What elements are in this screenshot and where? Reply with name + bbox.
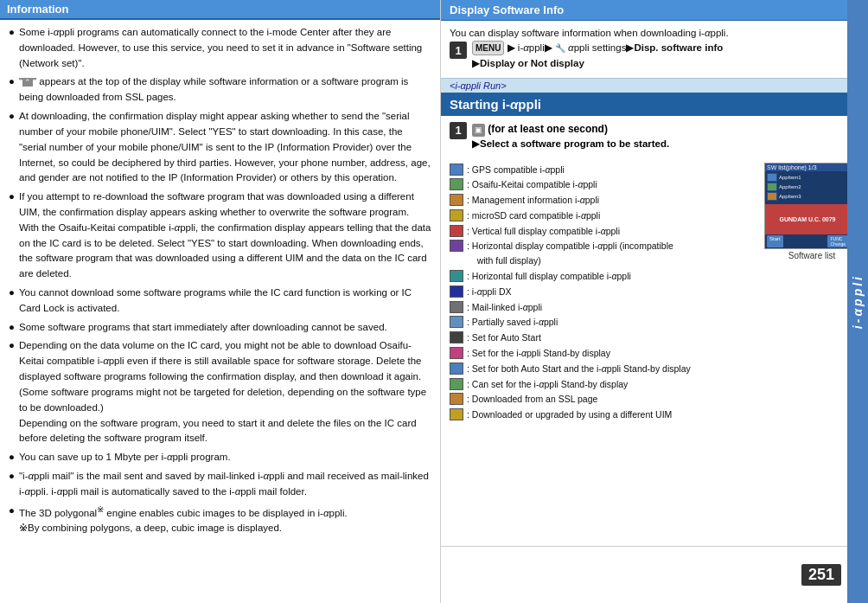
- management-icon: [450, 194, 463, 206]
- bullet-icon-6: ●: [9, 320, 17, 336]
- partial-icon: [450, 316, 463, 328]
- ss-item-text-1: AppItem1: [779, 175, 801, 180]
- icon-label-7: : Horizontal full display compatible i-α…: [467, 269, 631, 284]
- icon-list-item-4: : microSD card compatible i-αppli: [450, 208, 756, 223]
- start-step-1-number: 1: [450, 122, 467, 139]
- icon-list-item-10: : Partially saved i-αppli: [450, 315, 756, 330]
- step-subtext: ▶Select a software program to be started…: [472, 138, 669, 149]
- icon-label-6: : Horizontal display compatible i-αppli …: [467, 239, 673, 268]
- bullet-text-2: "⌃" appears at the top of the display wh…: [19, 74, 431, 106]
- icon-list-item-9: : Mail-linked i-αppli: [450, 300, 756, 315]
- vertical-icon: [450, 225, 463, 237]
- dx-icon: [450, 285, 463, 298]
- ss-item-icon-3: [767, 192, 777, 201]
- side-label: i-αppli: [851, 274, 865, 329]
- ss-item-text-3: AppItem3: [779, 194, 801, 199]
- bullet-item-1: ● Some i-αppli programs can automaticall…: [9, 25, 431, 71]
- horizontal-full-icon: [450, 270, 463, 282]
- page-footer: 251 Continued▶: [441, 546, 868, 603]
- bullet-text-9: "i-αppli mail" is the mail sent and save…: [19, 469, 431, 500]
- software-list-label: Software list: [764, 251, 859, 260]
- icon-list-item-1: : GPS compatible i-αppli: [450, 163, 756, 177]
- info-content: ● Some i-αppli programs can automaticall…: [0, 20, 440, 545]
- step-1-text: MENU ▶ i-αppli▶ 🔧 αppli settings▶Disp. s…: [472, 41, 723, 71]
- ss-func-btn[interactable]: FUNCChange: [827, 235, 848, 247]
- icon-label-13: : Set for both Auto Start and the i-αppl…: [467, 362, 691, 376]
- right-panel-inner: Display Software Info You can display so…: [441, 0, 868, 603]
- bullet-text-1: Some i-αppli programs can automatically …: [19, 25, 431, 71]
- bullet-text-6: Some software programs that start immedi…: [19, 320, 387, 336]
- start-step-1-text: ▣ (for at least one second) ▶Select a so…: [472, 121, 669, 152]
- starting-content: 1 ▣ (for at least one second) ▶Select a …: [441, 116, 868, 159]
- menu-key[interactable]: MENU: [472, 41, 504, 55]
- bullet-icon-9: ●: [9, 469, 17, 500]
- both-icon: [450, 362, 463, 375]
- bullet-item-6: ● Some software programs that start imme…: [9, 320, 431, 336]
- auto-start-icon: [450, 331, 463, 343]
- bullet-icon-4: ●: [9, 189, 17, 282]
- bullet-text-8: You can save up to 1 Mbyte per i-αppli p…: [19, 450, 231, 465]
- right-panel: Display Software Info You can display so…: [441, 0, 868, 603]
- icon-list-item-6: : Horizontal display compatible i-αppli …: [450, 239, 756, 268]
- icon-label-16: : Downloaded or upgraded by using a diff…: [467, 407, 672, 422]
- ss-image-text: GUNDAM U.C. 0079: [780, 216, 836, 222]
- ss-header: SW list(phone) 1/3: [765, 164, 850, 171]
- icon-list: : GPS compatible i-αppli : Osaifu-Keitai…: [450, 163, 756, 424]
- ss-header-text: SW list(phone) 1/3: [767, 164, 817, 170]
- icon-list-item-15: : Downloaded from an SSL page: [450, 392, 756, 407]
- bullet-text-10: The 3D polygonal※ engine enables cubic i…: [19, 504, 348, 536]
- horizontal-icon: [450, 240, 463, 252]
- bullet-item-4: ● If you attempt to re-download the soft…: [9, 189, 431, 282]
- iappli-title-bar: Starting i-αppli: [441, 93, 868, 116]
- icon-list-item-2: : Osaifu-Keitai compatible i-αppli: [450, 177, 756, 192]
- microsd-icon: [450, 209, 463, 221]
- icon-label-5: : Vertical full display compatible i-αpp…: [467, 224, 620, 239]
- side-label-container: i-αppli: [847, 0, 868, 603]
- icon-list-item-7: : Horizontal full display compatible i-α…: [450, 269, 756, 284]
- icon-label-8: : i-αppli DX: [467, 285, 512, 299]
- bullet-icon-2: ●: [9, 74, 17, 106]
- bullet-item-8: ● You can save up to 1 Mbyte per i-αppli…: [9, 450, 431, 465]
- bullet-item-3: ● At downloading, the confirmation displ…: [9, 109, 431, 186]
- bullet-text-5: You cannot download some software progra…: [19, 285, 431, 317]
- bullet-item-7: ● Depending on the data volume on the IC…: [9, 338, 431, 446]
- page-number: 251: [801, 564, 841, 586]
- info-header: Information: [0, 0, 440, 20]
- step-1-row: 1 MENU ▶ i-αppli▶ 🔧 αppli settings▶Disp.…: [450, 41, 859, 71]
- gps-icon: [450, 164, 463, 176]
- icon-label-14: : Can set for the i-αppli Stand-by displ…: [467, 377, 628, 392]
- icon-list-item-3: : Management information i-αppli: [450, 193, 756, 208]
- bullet-item-10: ● The 3D polygonal※ engine enables cubic…: [9, 504, 431, 536]
- display-software-title: Display Software Info: [441, 0, 868, 21]
- ss-body: AppItem1 AppItem2 AppItem3: [765, 171, 850, 204]
- icon-label-12: : Set for the i-αppli Stand-by display: [467, 346, 610, 361]
- ss-start-btn[interactable]: Start: [767, 235, 783, 247]
- icon-list-item-16: : Downloaded or upgraded by using a diff…: [450, 407, 756, 422]
- hold-key-icon: ▣: [472, 124, 485, 138]
- left-panel: Information ● Some i-αppli programs can …: [0, 0, 441, 603]
- iappli-run-bar: <i-αppli Run>: [441, 78, 868, 93]
- maillinked-icon: [450, 301, 463, 313]
- icon-label-2: : Osaifu-Keitai compatible i-αppli: [467, 177, 597, 192]
- icon-list-item-14: : Can set for the i-αppli Stand-by displ…: [450, 377, 756, 392]
- ss-item-2: AppItem2: [767, 183, 848, 191]
- icon-label-11: : Set for Auto Start: [467, 330, 541, 345]
- bullet-text-7: Depending on the data volume on the IC c…: [19, 338, 431, 446]
- display-software-section: Display Software Info You can display so…: [441, 0, 868, 78]
- icon-list-item-13: : Set for both Auto Start and the i-αppl…: [450, 362, 756, 376]
- screenshot-area: SW list(phone) 1/3 AppItem1 AppItem2: [764, 163, 859, 424]
- ssl-icon: [450, 393, 463, 405]
- bullet-icon-8: ●: [9, 450, 17, 465]
- ss-item-1: AppItem1: [767, 173, 848, 182]
- screenshot-box: SW list(phone) 1/3 AppItem1 AppItem2: [764, 163, 851, 249]
- icon-list-item-11: : Set for Auto Start: [450, 330, 756, 345]
- can-set-icon: [450, 378, 463, 390]
- bullet-icon: ●: [9, 25, 17, 71]
- icon-label-9: : Mail-linked i-αppli: [467, 300, 542, 315]
- diff-uim-icon: [450, 408, 463, 420]
- ss-image: GUNDAM U.C. 0079: [765, 204, 850, 234]
- icon-list-area: : GPS compatible i-αppli : Osaifu-Keitai…: [441, 159, 868, 427]
- display-software-desc: You can display software information whe…: [441, 21, 868, 78]
- bullet-item-2: ● "⌃" appears at the top of the display …: [9, 74, 431, 106]
- standby-icon: [450, 347, 463, 359]
